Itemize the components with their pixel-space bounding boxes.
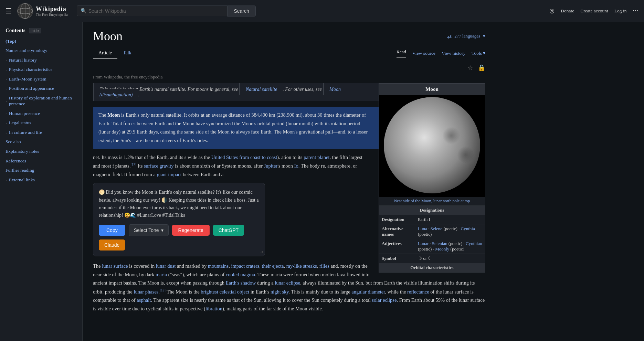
- infobox-value-alt-names: Luna · Selene (poetic) · Cynthia (poetic…: [415, 224, 485, 239]
- link-lunar-phases[interactable]: lunar phases: [134, 289, 158, 295]
- regenerate-button[interactable]: Regenerate: [172, 225, 210, 236]
- chatgpt-button[interactable]: ChatGPT: [213, 225, 244, 236]
- link-surface-gravity[interactable]: surface gravity: [144, 163, 174, 169]
- search-button[interactable]: Search: [227, 6, 255, 17]
- ai-popup-actions: Copy Select Tone ▾ Regenerate ChatGPT Cl…: [99, 224, 259, 251]
- infobox: Moon Near side of the Moon, lunar north …: [379, 83, 485, 273]
- sidebar-item-references[interactable]: References: [0, 156, 82, 166]
- create-account-link[interactable]: Create account: [580, 8, 608, 14]
- search-input-wrapper: 🔍: [77, 6, 228, 16]
- chevron-icon: ›: [6, 76, 7, 81]
- link-lunar-surface[interactable]: lunar surface: [102, 263, 128, 269]
- action-view-source[interactable]: View source: [412, 51, 435, 56]
- link-brightest-celestial[interactable]: brightest celestial object: [201, 289, 249, 295]
- tools-button[interactable]: Tools ▾: [472, 50, 485, 56]
- link-rilles[interactable]: rilles: [319, 263, 329, 269]
- link-solar-eclipse[interactable]: solar eclipse: [372, 297, 397, 303]
- link-angular-diameter[interactable]: angular diameter: [351, 289, 385, 295]
- sidebar-item-external-links[interactable]: › External links: [0, 175, 82, 185]
- chevron-down-icon: ▾: [483, 33, 485, 39]
- more-options-icon[interactable]: ···: [633, 7, 639, 14]
- sidebar-item-human-presence[interactable]: › Human presence: [0, 109, 82, 118]
- hamburger-icon[interactable]: ☰: [6, 7, 12, 15]
- page-icons: ☆ 🔒: [93, 64, 485, 72]
- copy-button[interactable]: Copy: [99, 225, 125, 236]
- link-impact-craters[interactable]: impact craters: [231, 263, 259, 269]
- translate-icon: ⇄: [447, 33, 452, 40]
- logo-area[interactable]: Wikipedia The Free Encyclopedia: [17, 3, 68, 19]
- header-right: ◎ Donate Create account Log in ···: [549, 7, 638, 14]
- resize-handle-icon[interactable]: ⊿: [260, 249, 263, 255]
- link-libration[interactable]: libration: [205, 306, 222, 311]
- contents-header: Contents hide: [0, 28, 82, 37]
- reading-mode-icon[interactable]: ◎: [549, 7, 555, 14]
- moon-image: [384, 97, 480, 193]
- infobox-value-symbol: ☽ or ☾: [415, 254, 485, 263]
- link-asphalt[interactable]: asphalt: [137, 297, 151, 303]
- sidebar-item-culture[interactable]: › In culture and life: [0, 128, 82, 137]
- chevron-icon: ›: [6, 57, 7, 62]
- wikipedia-globe-logo: [17, 3, 33, 19]
- language-selector[interactable]: ⇄ 277 languages ▾: [447, 33, 485, 40]
- tab-talk[interactable]: Talk: [117, 47, 137, 59]
- article-actions: Read View source View history Tools ▾: [397, 49, 485, 57]
- sidebar-item-further-reading[interactable]: Further reading: [0, 166, 82, 175]
- logo-subtitle: The Free Encyclopedia: [36, 13, 68, 17]
- link-lunar-dust[interactable]: lunar dust: [156, 263, 176, 269]
- link-mountains[interactable]: mountains: [208, 263, 229, 269]
- lock-icon: 🔒: [478, 64, 485, 72]
- infobox-label-alt-names: Alternative names: [379, 224, 415, 239]
- title-actions: Moon ⇄ 277 languages ▾: [93, 29, 485, 45]
- link-parent-planet[interactable]: parent planet: [304, 154, 329, 160]
- lang-count: 277 languages: [454, 33, 480, 39]
- article-nav: Article Talk Read View source View histo…: [93, 47, 485, 59]
- link-cooled-magma[interactable]: cooled magma: [226, 272, 255, 277]
- from-wikipedia: From Wikipedia, the free encyclopedia: [93, 74, 485, 80]
- tab-article[interactable]: Article: [93, 47, 117, 59]
- sidebar-item-earth-moon-system[interactable]: › Earth–Moon system: [0, 74, 82, 84]
- link-io[interactable]: Io: [294, 163, 298, 169]
- chevron-icon: ›: [6, 130, 7, 135]
- sidebar-item-legal-status[interactable]: › Legal status: [0, 118, 82, 128]
- infobox-label-adjectives: Adjectives: [379, 239, 415, 254]
- search-input[interactable]: [88, 8, 224, 14]
- search-icon: 🔍: [81, 8, 86, 14]
- sidebar-item-position-appearance[interactable]: › Position and appearance: [0, 84, 82, 93]
- link-maria[interactable]: maria: [156, 272, 167, 277]
- select-tone-button[interactable]: Select Tone ▾: [129, 224, 169, 236]
- action-read[interactable]: Read: [397, 49, 406, 57]
- link-giant-impact[interactable]: giant impact: [157, 172, 182, 177]
- infobox-title: Moon: [379, 84, 485, 95]
- sidebar-item-history-exploration[interactable]: › History of exploration and human prese…: [0, 93, 82, 109]
- star-icon[interactable]: ☆: [467, 64, 473, 72]
- toc-item-top[interactable]: (Top): [0, 37, 82, 46]
- claude-button[interactable]: Claude: [99, 239, 125, 251]
- page-title: Moon: [93, 29, 123, 43]
- disambiguation-link-2[interactable]: Moon (disambiguation): [99, 83, 341, 101]
- link-ejecta[interactable]: their ejecta: [262, 263, 284, 269]
- link-earths-shadow[interactable]: Earth's shadow: [226, 280, 256, 286]
- hide-button[interactable]: hide: [29, 28, 42, 33]
- link-lunar-eclipse[interactable]: lunar eclipse: [275, 280, 300, 286]
- donate-link[interactable]: Donate: [561, 8, 574, 14]
- chevron-down-icon: ▾: [483, 50, 485, 56]
- link-united-states[interactable]: United States from coast to coast: [211, 154, 277, 160]
- sidebar: Contents hide (Top) Names and etymology …: [0, 22, 83, 341]
- log-in-link[interactable]: Log in: [614, 8, 627, 14]
- infobox-table: Designations Designation Earth I Alterna…: [379, 205, 485, 272]
- link-night-sky[interactable]: night sky: [271, 289, 289, 295]
- sidebar-item-physical-characteristics[interactable]: › Physical characteristics: [0, 65, 82, 74]
- sidebar-item-natural-history[interactable]: › Natural history: [0, 55, 82, 65]
- sidebar-item-explanatory-notes[interactable]: Explanatory notes: [0, 147, 82, 156]
- link-jupiter[interactable]: Jupiter: [264, 163, 277, 169]
- action-view-history[interactable]: View history: [442, 51, 465, 56]
- infobox-row-symbol: Symbol ☽ or ☾: [379, 254, 485, 263]
- infobox-label-symbol: Symbol: [379, 254, 415, 263]
- sidebar-item-names-etymology[interactable]: Names and etymology: [0, 46, 82, 55]
- link-ray-streaks[interactable]: ray-like streaks: [286, 263, 317, 269]
- infobox-row-alt-names: Alternative names Luna · Selene (poetic)…: [379, 224, 485, 239]
- chevron-icon: ›: [6, 86, 7, 91]
- sidebar-item-see-also[interactable]: See also: [0, 137, 82, 147]
- disambiguation-link-1[interactable]: Natural satellite: [239, 83, 283, 95]
- link-reflectance[interactable]: reflectance: [407, 289, 429, 295]
